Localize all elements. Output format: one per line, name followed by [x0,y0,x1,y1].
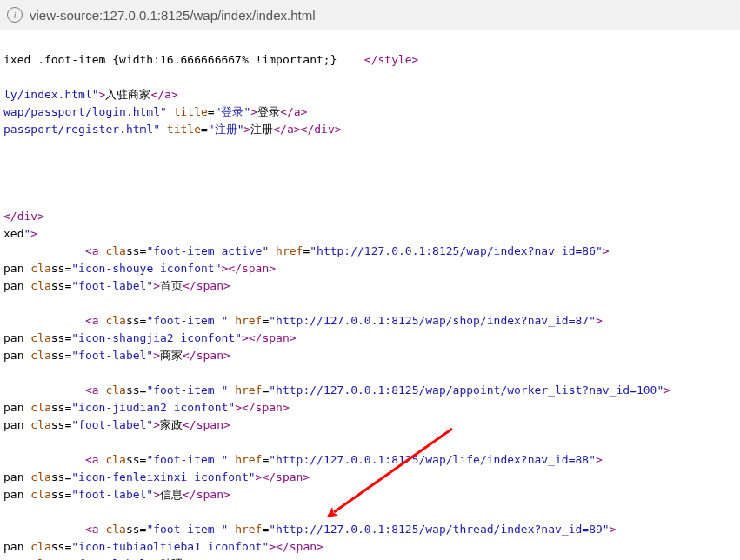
url-text[interactable]: view-source:127.0.0.1:8125/wap/index/ind… [30,8,733,23]
link-register: passport/register.html" title="注册">注册</a… [3,123,342,136]
foot-item-3-icon: pan class="icon-fenleixinxi iconfont"></… [3,470,310,483]
foot-item-2-a: <a class="foot-item " href="http://127.0… [3,383,670,397]
foot-item-1-a: <a class="foot-item " href="http://127.0… [3,314,603,327]
foot-item-2-label: pan class="foot-label">家政</span> [3,418,230,431]
address-bar[interactable]: i view-source:127.0.0.1:8125/wap/index/i… [0,0,740,30]
xed-fragment: xed"> [3,227,37,240]
foot-item-1-icon: pan class="icon-shangjia2 iconfont"></sp… [3,331,297,344]
link-apply-index: ly/index.html">入驻商家</a> [3,88,178,101]
annotation-arrow-icon [322,422,461,526]
view-source-pane: ixed .foot-item {width:16.666666667% !im… [0,30,740,560]
foot-item-3-label: pan class="foot-label">信息</span> [3,488,230,501]
link-login: wap/passport/login.html" title="登录">登录</… [3,105,307,118]
close-div: </div> [3,210,44,223]
foot-item-4-a: <a class="foot-item " href="http://127.0… [3,523,616,536]
css-rule-fragment: ixed .foot-item {width:16.666666667% !im… [3,53,418,66]
foot-item-0-a: <a class="foot-item active" href="http:/… [3,244,610,257]
foot-item-0-label: pan class="foot-label">首页</span> [3,279,230,292]
foot-item-4-icon: pan class="icon-tubiaoltieba1 iconfont">… [3,540,323,553]
svg-line-0 [334,429,452,512]
site-info-icon[interactable]: i [7,7,23,23]
foot-item-0-icon: pan class="icon-shouye iconfont"></span> [3,262,276,275]
foot-item-1-label: pan class="foot-label">商家</span> [3,349,230,362]
foot-item-3-a: <a class="foot-item " href="http://127.0… [3,453,603,466]
foot-item-2-icon: pan class="icon-jiudian2 iconfont"></spa… [3,401,290,414]
